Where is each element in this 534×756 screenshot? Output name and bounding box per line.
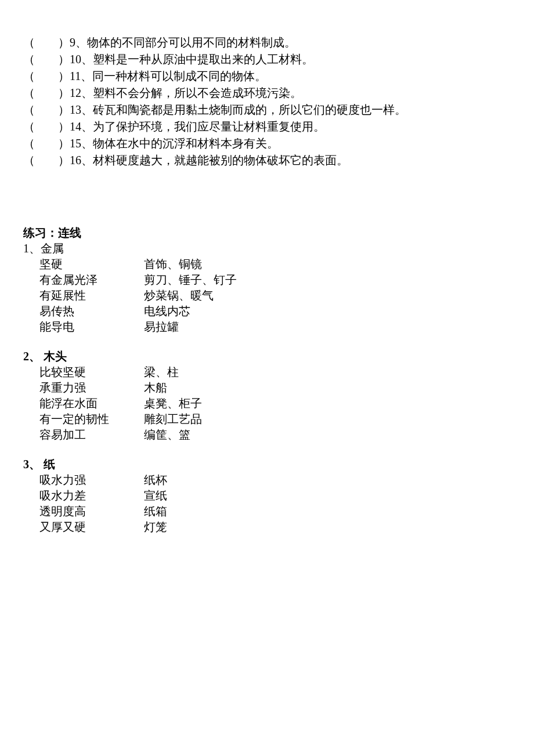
blank-paren[interactable]: （ ） [23, 36, 70, 49]
match-left: 吸水力差 [23, 488, 144, 504]
tf-text: 物体在水中的沉浮和材料本身有关。 [93, 137, 279, 150]
tf-item: （ ）12、塑料不会分解，所以不会造成环境污染。 [23, 85, 511, 101]
page: （ ）9、物体的不同部分可以用不同的材料制成。 （ ）10、塑料是一种从原油中提… [0, 0, 534, 756]
section-title: 练习：连线 [23, 225, 511, 241]
match-left: 易传热 [23, 303, 144, 319]
match-row: 承重力强 木船 [23, 380, 511, 396]
tf-item: （ ）14、为了保护环境，我们应尽量让材料重复使用。 [23, 119, 511, 135]
match-row: 又厚又硬 灯笼 [23, 519, 511, 535]
match-right: 电线内芯 [144, 303, 190, 319]
match-left: 有一定的韧性 [23, 411, 144, 427]
match-row: 能导电 易拉罐 [23, 319, 511, 335]
tf-text: 塑料是一种从原油中提取出来的人工材料。 [93, 53, 313, 66]
match-left: 坚硬 [23, 256, 144, 272]
true-false-list: （ ）9、物体的不同部分可以用不同的材料制成。 （ ）10、塑料是一种从原油中提… [23, 35, 511, 168]
match-left: 有金属光泽 [23, 272, 144, 288]
tf-item: （ ）16、材料硬度越大，就越能被别的物体破坏它的表面。 [23, 153, 511, 168]
match-row: 吸水力强 纸杯 [23, 472, 511, 488]
match-left: 比较坚硬 [23, 364, 144, 380]
tf-text: 砖瓦和陶瓷都是用黏土烧制而成的，所以它们的硬度也一样。 [93, 103, 406, 116]
tf-number: 12 [70, 86, 81, 99]
tf-number: 10 [70, 53, 81, 66]
match-right: 易拉罐 [144, 319, 179, 335]
match-row: 坚硬 首饰、铜镜 [23, 256, 511, 272]
tf-number: 16 [70, 154, 81, 167]
match-left: 承重力强 [23, 380, 144, 396]
group-head: 1、金属 [23, 241, 511, 256]
blank-paren[interactable]: （ ） [23, 53, 70, 66]
match-right: 宣纸 [144, 488, 167, 504]
match-right: 剪刀、锤子、钉子 [144, 272, 237, 288]
tf-number: 9 [70, 36, 75, 49]
blank-paren[interactable]: （ ） [23, 70, 70, 82]
match-left: 有延展性 [23, 288, 144, 303]
match-right: 编筐、篮 [144, 427, 190, 443]
tf-text: 物体的不同部分可以用不同的材料制成。 [87, 36, 296, 49]
match-row: 易传热 电线内芯 [23, 303, 511, 319]
match-right: 桌凳、柜子 [144, 396, 202, 411]
match-right: 灯笼 [144, 519, 167, 535]
tf-number: 13 [70, 103, 81, 116]
blank-paren[interactable]: （ ） [23, 86, 70, 99]
tf-text: 同一种材料可以制成不同的物体。 [92, 70, 266, 82]
match-right: 纸杯 [144, 472, 167, 488]
match-row: 吸水力差 宣纸 [23, 488, 511, 504]
match-left: 容易加工 [23, 427, 144, 443]
blank-paren[interactable]: （ ） [23, 137, 70, 150]
tf-item: （ ）10、塑料是一种从原油中提取出来的人工材料。 [23, 52, 511, 67]
match-right: 雕刻工艺品 [144, 411, 202, 427]
match-row: 比较坚硬 梁、柱 [23, 364, 511, 380]
match-left: 透明度高 [23, 504, 144, 519]
match-row: 容易加工 编筐、篮 [23, 427, 511, 443]
tf-text: 材料硬度越大，就越能被别的物体破坏它的表面。 [93, 154, 348, 167]
group-head: 2、 木头 [23, 349, 511, 364]
match-left: 能浮在水面 [23, 396, 144, 411]
match-row: 有金属光泽 剪刀、锤子、钉子 [23, 272, 511, 288]
match-row: 有一定的韧性 雕刻工艺品 [23, 411, 511, 427]
tf-text: 为了保护环境，我们应尽量让材料重复使用。 [93, 120, 325, 133]
tf-item: （ ）11、同一种材料可以制成不同的物体。 [23, 68, 511, 84]
tf-item: （ ）13、砖瓦和陶瓷都是用黏土烧制而成的，所以它们的硬度也一样。 [23, 102, 511, 118]
tf-item: （ ）9、物体的不同部分可以用不同的材料制成。 [23, 35, 511, 50]
tf-item: （ ）15、物体在水中的沉浮和材料本身有关。 [23, 136, 511, 151]
match-left: 吸水力强 [23, 472, 144, 488]
tf-text: 塑料不会分解，所以不会造成环境污染。 [93, 86, 302, 99]
match-left: 又厚又硬 [23, 519, 144, 535]
blank-paren[interactable]: （ ） [23, 120, 70, 133]
match-right: 纸箱 [144, 504, 167, 519]
match-right: 炒菜锅、暖气 [144, 288, 214, 303]
match-left: 能导电 [23, 319, 144, 335]
blank-paren[interactable]: （ ） [23, 154, 70, 167]
match-right: 梁、柱 [144, 364, 179, 380]
tf-number: 14 [70, 120, 81, 133]
match-row: 能浮在水面 桌凳、柜子 [23, 396, 511, 411]
match-right: 首饰、铜镜 [144, 256, 202, 272]
match-right: 木船 [144, 380, 167, 396]
match-row: 透明度高 纸箱 [23, 504, 511, 519]
match-row: 有延展性 炒菜锅、暖气 [23, 288, 511, 303]
group-head: 3、 纸 [23, 457, 511, 472]
blank-paren[interactable]: （ ） [23, 103, 70, 116]
tf-number: 11 [70, 70, 81, 82]
tf-number: 15 [70, 137, 81, 150]
